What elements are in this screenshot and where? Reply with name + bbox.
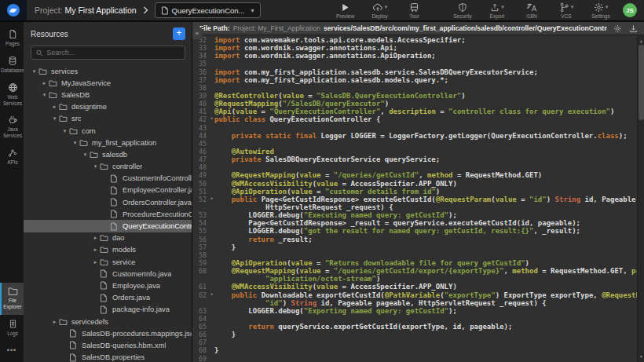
line-number: 58	[192, 251, 209, 259]
tree-item-orders-java[interactable]: Orders.java	[24, 292, 192, 304]
tree-arrow-icon[interactable]: ▾	[30, 68, 38, 75]
code-text: import com.wordnik.swagger.annotations.A…	[214, 44, 397, 52]
tree-item-package-info-java[interactable]: package-info.java	[24, 304, 192, 316]
tree-item-salesdb-properties[interactable]: SalesDB.properties	[24, 352, 192, 362]
tree-item-customerinfo-java[interactable]: CustomerInfo.java	[24, 268, 192, 280]
tree-arrow-icon[interactable]: ▾	[40, 92, 49, 98]
fold-marker[interactable]: ▾	[209, 291, 214, 299]
tree-item-servicedefs[interactable]: ▸servicedefs	[24, 316, 192, 327]
more-menu-button[interactable]: •••	[0, 342, 24, 362]
sidebar-item-pages[interactable]: Pages	[0, 25, 24, 52]
tree-item-label: QueryExecutionController.java	[123, 222, 192, 230]
scroll-down-arrow-icon[interactable]: ▼	[638, 353, 644, 360]
code-editor[interactable]: 32import com.wavemaker.tools.api.core.mo…	[192, 35, 644, 362]
folder-icon	[79, 138, 89, 148]
tree-item-my-first-application[interactable]: ▾my_first_application	[24, 137, 192, 148]
topbar-action-settings[interactable]: ▾Settings	[587, 2, 615, 19]
line-number: 65	[192, 323, 209, 331]
editor-scrollbar[interactable]: ▲▼	[637, 35, 644, 362]
tree-item-orderscontroller-java[interactable]: OrdersController.java	[24, 196, 192, 208]
fold-gutter	[209, 52, 214, 60]
folder-icon	[100, 245, 109, 254]
sidebar-item-apis[interactable]: APIs	[0, 144, 24, 170]
shield-icon	[458, 2, 467, 13]
fold-gutter	[209, 60, 214, 68]
fold-marker[interactable]: ▾	[209, 196, 214, 203]
sidebar-item-logs[interactable]: Logs	[0, 315, 24, 342]
sidebar-item-web-services[interactable]: Web Services	[0, 79, 24, 112]
tree-item-employeecontroller-java[interactable]: EmployeeController.java	[24, 185, 192, 196]
user-avatar[interactable]: JS	[623, 3, 637, 17]
tree-item-salesdb-procedures-mappings-json[interactable]: SalesDB-procedures.mappings.json	[24, 327, 192, 339]
scrollbar-thumb[interactable]	[639, 45, 644, 120]
fold-gutter	[209, 307, 214, 315]
tree-item-employee-java[interactable]: Employee.java	[24, 280, 192, 291]
tree-item-salesdb[interactable]: ▾SalesDB	[24, 89, 192, 101]
topbar-action-deploy[interactable]: ▾Deploy	[366, 2, 394, 19]
tree-arrow-icon[interactable]: ▾	[71, 140, 79, 146]
topbar-action-tour[interactable]: Tour	[401, 2, 429, 19]
fold-gutter	[209, 155, 214, 163]
topbar-action-security[interactable]: Security	[448, 2, 477, 19]
tree-item-label: SalesDB	[61, 91, 90, 99]
download-file-button[interactable]	[629, 24, 638, 33]
project-label: Project:	[35, 5, 63, 15]
topbar-action-i18n[interactable]: i18N	[518, 2, 546, 19]
tree-item-myjavaservice[interactable]: ▸MyJavaService	[24, 77, 192, 89]
app-logo[interactable]	[0, 0, 27, 20]
open-file-dropdown[interactable]: QueryExecutionCon... ▾	[155, 2, 261, 18]
line-number: 64	[192, 315, 209, 323]
fold-gutter	[209, 108, 214, 115]
tree-arrow-icon[interactable]: ▸	[91, 247, 100, 253]
line-number	[192, 299, 209, 307]
editor-settings-button[interactable]	[613, 24, 622, 33]
tree-item-dao[interactable]: ▸dao	[24, 232, 192, 244]
tree-arrow-icon[interactable]: ▾	[81, 152, 90, 158]
tree-item-designtime[interactable]: ▸designtime	[24, 101, 192, 113]
tree-item-models[interactable]: ▸models	[24, 244, 192, 256]
sidebar-item-java-services[interactable]: Java Services	[0, 111, 24, 144]
search-input[interactable]	[46, 49, 180, 57]
tree-arrow-icon[interactable]: ▾	[50, 115, 59, 122]
topbar-action-preview[interactable]: Preview	[331, 2, 360, 19]
topbar-action-export[interactable]: ▾Export	[483, 2, 511, 19]
tree-item-procedureexecutioncontroller-java[interactable]: ProcedureExecutionController.java	[24, 208, 192, 220]
file-icon	[100, 293, 109, 302]
tree-arrow-icon[interactable]: ▸	[91, 259, 100, 265]
fold-gutter	[209, 243, 214, 251]
tree-arrow-icon[interactable]: ▸	[50, 104, 59, 110]
tree-item-controller[interactable]: ▾controller	[24, 161, 192, 173]
line-number: 68	[192, 346, 209, 354]
tree-item-queryexecutioncontroller-java[interactable]: QueryExecutionController.java	[24, 220, 192, 232]
file-icon	[69, 353, 79, 362]
topbar-action-label: Deploy	[371, 13, 387, 19]
fold-gutter	[209, 180, 214, 188]
topbar-action-vcs[interactable]: ▾VCS	[552, 2, 580, 19]
line-number: 55	[192, 227, 209, 235]
tree-arrow-icon[interactable]: ▾	[91, 163, 100, 170]
code-line: 58	[192, 251, 644, 259]
tree-arrow-icon[interactable]: ▸	[50, 319, 59, 325]
tree-item-salesdb-queries-hbm-xml[interactable]: SalesDB-queries.hbm.xml	[24, 339, 192, 351]
tree-item-label: SalesDB.properties	[82, 353, 145, 361]
tree-arrow-icon[interactable]: ▸	[91, 235, 100, 241]
code-line: 62▾ public Downloadable exportGetCustId(…	[192, 291, 644, 299]
topbar-action-label: Settings	[591, 13, 610, 19]
tree-item-services[interactable]: ▾services	[24, 65, 192, 77]
sidebar-item-file-explorer[interactable]: File Explorer	[0, 283, 24, 315]
tree-item-src[interactable]: ▾src	[24, 113, 192, 125]
tree-item-customerinfocontroller-java[interactable]: CustomerInfoController.java	[24, 173, 192, 185]
tree-item-service[interactable]: ▸service	[24, 256, 192, 268]
tree-arrow-icon[interactable]: ▸	[40, 80, 49, 86]
sidebar-item-label: Web Services	[2, 94, 24, 107]
line-number: 43	[192, 124, 209, 132]
fold-marker[interactable]: ▾	[209, 115, 214, 123]
tree-item-salesdb[interactable]: ▾salesdb	[24, 148, 192, 160]
add-resource-button[interactable]: +	[173, 27, 185, 40]
code-line: 44 private static final Logger LOGGER = …	[192, 132, 644, 140]
tree-arrow-icon[interactable]: ▾	[60, 128, 69, 134]
tree-item-com[interactable]: ▾com	[24, 125, 192, 137]
collapse-panel-button[interactable]: «	[192, 27, 202, 39]
scroll-up-arrow-icon[interactable]: ▲	[638, 37, 644, 45]
sidebar-item-databases[interactable]: Databases	[0, 52, 24, 79]
